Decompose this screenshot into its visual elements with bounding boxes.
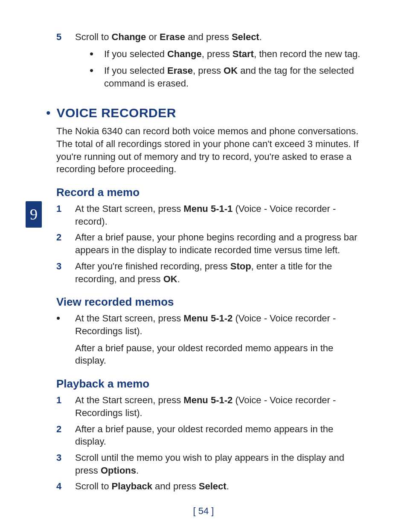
step-text: Scroll to Change or Erase and press Sele… (75, 31, 364, 43)
step-number: 1 (56, 394, 75, 419)
step-number: 4 (56, 480, 75, 493)
subhead-playback-memo: Playback a memo (56, 376, 364, 391)
step-text: After a brief pause, your oldest recorde… (75, 423, 364, 448)
bullet-text: If you selected Erase, press OK and the … (104, 64, 364, 90)
bullet-text: If you selected Change, press Start, the… (104, 48, 364, 61)
step-5: 5 Scroll to Change or Erase and press Se… (56, 31, 364, 43)
subhead-record-memo: Record a memo (56, 185, 364, 200)
step-5-sub-1: • If you selected Change, press Start, t… (90, 48, 364, 61)
page-number: [ 54 ] (0, 505, 407, 518)
step-text: At the Start screen, press Menu 5-1-1 (V… (75, 202, 364, 228)
page: 9 5 Scroll to Change or Erase and press … (0, 0, 407, 532)
bullet-text: At the Start screen, press Menu 5-1-2 (V… (75, 312, 364, 337)
step-number: 2 (56, 423, 75, 448)
section-intro: The Nokia 6340 can record both voice mem… (56, 125, 364, 176)
step-text: At the Start screen, press Menu 5-1-2 (V… (75, 394, 364, 419)
bullet-icon: • (46, 107, 51, 119)
section-heading-voice-recorder: • VOICE RECORDER (56, 104, 364, 122)
bullet-icon: • (90, 64, 104, 90)
section-title: VOICE RECORDER (57, 104, 176, 122)
view-paragraph: After a brief pause, your oldest recorde… (75, 342, 364, 367)
step-text: After a brief pause, your phone begins r… (75, 231, 364, 256)
record-step-3: 3 After you're finished recording, press… (56, 260, 364, 285)
step-number: 2 (56, 231, 75, 256)
record-step-1: 1 At the Start screen, press Menu 5-1-1 … (56, 202, 364, 228)
record-step-2: 2 After a brief pause, your phone begins… (56, 231, 364, 256)
playback-step-2: 2 After a brief pause, your oldest recor… (56, 423, 364, 448)
step-text: After you're finished recording, press S… (75, 260, 364, 285)
playback-step-3: 3 Scroll until the memo you wish to play… (56, 451, 364, 477)
view-bullet-1: • At the Start screen, press Menu 5-1-2 … (56, 312, 364, 337)
bullet-icon: • (90, 48, 104, 61)
step-number: 3 (56, 260, 75, 285)
bullet-icon: • (56, 312, 75, 337)
chapter-tab: 9 (26, 201, 42, 228)
playback-step-1: 1 At the Start screen, press Menu 5-1-2 … (56, 394, 364, 419)
step-5-sub-2: • If you selected Erase, press OK and th… (90, 64, 364, 90)
step-number: 5 (56, 31, 75, 43)
step-text: Scroll to Playback and press Select. (75, 480, 364, 493)
playback-step-4: 4 Scroll to Playback and press Select. (56, 480, 364, 493)
step-number: 1 (56, 202, 75, 228)
step-number: 3 (56, 451, 75, 477)
step-text: Scroll until the memo you wish to play a… (75, 451, 364, 477)
subhead-view-memos: View recorded memos (56, 295, 364, 309)
